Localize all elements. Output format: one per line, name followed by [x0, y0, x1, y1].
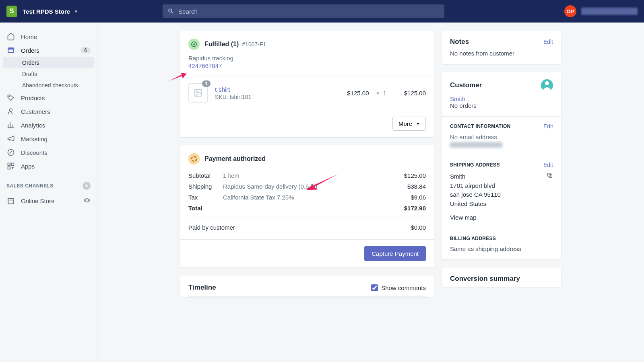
total-amount: $172.90	[390, 205, 426, 212]
subnav-orders[interactable]: Orders	[3, 57, 94, 68]
nav-apps[interactable]: Apps	[0, 159, 97, 173]
nav-customers-label: Customers	[21, 108, 50, 115]
conversion-title: Conversion summary	[450, 275, 520, 283]
store-name: Test RPDS Store	[23, 8, 70, 15]
show-comments-toggle[interactable]: Show comments	[371, 284, 426, 291]
copy-address-icon[interactable]	[547, 172, 553, 181]
fulfillment-id: #1007-F1	[242, 41, 266, 47]
svg-rect-4	[12, 163, 14, 166]
tracking-label: Rapidus tracking	[180, 55, 434, 62]
capture-payment-button[interactable]: Capture Payment	[364, 246, 426, 261]
fulfilled-status-icon	[188, 39, 200, 50]
orders-icon	[6, 46, 15, 54]
line-item: 1 t-shirt SKU: tshirt101 $125.00 × 1 $12…	[180, 76, 434, 110]
tracking-number-link[interactable]: 4247667847	[180, 62, 434, 76]
paid-label: Paid by customer	[188, 224, 235, 231]
view-map-link[interactable]: View map	[450, 213, 553, 222]
product-sku: SKU: tshirt101	[215, 94, 251, 100]
customer-title: Customer	[450, 81, 482, 89]
analytics-icon	[6, 121, 15, 129]
customer-avatar-icon	[541, 79, 553, 91]
ship-addr-country: United States	[450, 200, 553, 209]
store-icon	[6, 197, 15, 205]
show-comments-checkbox[interactable]	[371, 284, 378, 291]
contact-info-label: CONTACT INFORMATION	[450, 123, 511, 129]
notes-title: Notes	[450, 38, 469, 46]
more-actions-button[interactable]: More ▼	[392, 117, 426, 131]
shipping-amount: $38.84	[390, 183, 426, 190]
store-selector[interactable]: Test RPDS Store ▼	[23, 8, 78, 15]
subtotal-amount: $125.00	[390, 172, 426, 179]
product-thumbnail: 1	[188, 83, 208, 103]
edit-contact-link[interactable]: Edit	[543, 123, 553, 130]
tax-label: Tax	[188, 194, 223, 201]
ship-addr-city: san jose CA 95110	[450, 190, 553, 200]
subtotal-detail: 1 item	[223, 172, 390, 179]
edit-shipping-link[interactable]: Edit	[543, 162, 553, 168]
nav-analytics[interactable]: Analytics	[0, 118, 97, 132]
nav-apps-label: Apps	[21, 163, 35, 170]
payment-card: Payment authorized Subtotal 1 item $125.…	[180, 145, 434, 267]
svg-rect-5	[8, 167, 10, 169]
add-channel-button[interactable]: +	[83, 182, 91, 190]
tag-icon	[6, 94, 15, 102]
view-store-icon[interactable]	[83, 197, 91, 205]
tax-detail: California State Tax 7.25%	[223, 194, 390, 201]
ship-addr-name: Smith	[450, 172, 553, 181]
total-label: Total	[188, 205, 223, 212]
nav-online-store[interactable]: Online Store	[0, 194, 97, 208]
fulfillment-card: Fulfilled (1) #1007-F1 Rapidus tracking …	[180, 31, 434, 137]
svg-rect-3	[8, 163, 10, 166]
nav-orders-label: Orders	[21, 47, 39, 54]
item-qty-badge: 1	[202, 80, 211, 87]
sidebar: Home Orders 6 Orders Drafts Abandoned ch…	[0, 23, 97, 362]
nav-marketing[interactable]: Marketing	[0, 132, 97, 146]
nav-online-store-label: Online Store	[21, 197, 54, 204]
svg-point-0	[9, 96, 10, 97]
nav-discounts-label: Discounts	[21, 149, 47, 156]
search-input[interactable]	[178, 8, 440, 15]
nav-home[interactable]: Home	[0, 30, 97, 43]
search-bar[interactable]	[163, 4, 444, 18]
fulfillment-title: Fulfilled (1)	[204, 41, 239, 48]
shipping-label: Shipping	[188, 183, 223, 190]
nav-orders[interactable]: Orders 6	[0, 43, 97, 57]
user-avatar[interactable]: OP	[564, 5, 576, 17]
search-icon	[167, 8, 174, 15]
nav-products-label: Products	[21, 95, 45, 101]
notes-card: Notes Edit No notes from customer	[442, 31, 561, 64]
tax-amount: $9.06	[390, 194, 426, 201]
conversion-card: Conversion summary	[442, 267, 561, 287]
subnav-drafts[interactable]: Drafts	[0, 68, 97, 80]
home-icon	[6, 33, 15, 41]
customer-orders-count: No orders	[450, 102, 553, 109]
subtotal-label: Subtotal	[188, 172, 223, 179]
nav-discounts[interactable]: Discounts	[0, 146, 97, 159]
sales-channels-label: SALES CHANNELS	[6, 183, 54, 189]
megaphone-icon	[6, 135, 15, 143]
nav-products[interactable]: Products	[0, 91, 97, 105]
item-quantity: 1	[383, 90, 386, 97]
svg-point-8	[196, 91, 198, 93]
ship-addr-street: 1701 airport blvd	[450, 181, 553, 191]
no-email-text: No email address	[450, 134, 553, 140]
nav-customers[interactable]: Customers	[0, 105, 97, 118]
edit-notes-link[interactable]: Edit	[543, 39, 553, 45]
payment-title: Payment authorized	[204, 155, 266, 162]
discount-icon	[6, 148, 15, 156]
timeline-title: Timeline	[188, 284, 216, 292]
payment-pending-icon	[188, 153, 200, 165]
shipping-address-label: SHIPPING ADDRESS	[450, 162, 500, 168]
sales-channels-header: SALES CHANNELS +	[0, 173, 97, 194]
customer-card: Customer Smith No orders CONTACT INFORMA…	[442, 72, 561, 259]
timeline-card: Timeline Show comments	[180, 276, 434, 297]
orders-count-badge: 6	[80, 47, 91, 53]
shipping-detail: Rapidus Same-day delivery (0.5 lb)	[223, 183, 390, 190]
shopify-logo-icon: S	[6, 6, 17, 17]
customer-name-link[interactable]: Smith	[450, 95, 553, 102]
topbar: S Test RPDS Store ▼ OP	[0, 0, 644, 23]
paid-amount: $0.00	[390, 224, 426, 231]
customer-icon	[6, 107, 15, 115]
product-name-link[interactable]: t-shirt	[215, 86, 251, 93]
subnav-abandoned[interactable]: Abandoned checkouts	[0, 80, 97, 91]
